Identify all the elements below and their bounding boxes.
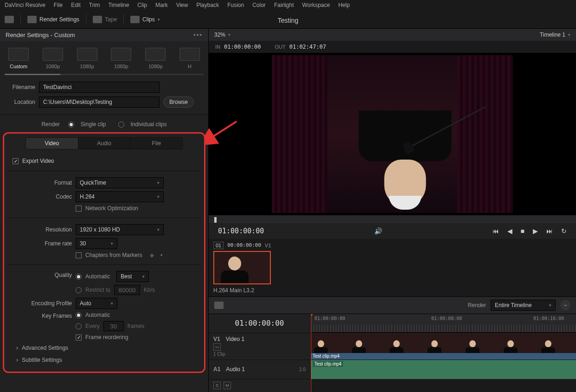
render-label: Render xyxy=(41,121,59,128)
menubar: DaVinci ResolveFileEditTrimTimelineClipM… xyxy=(0,0,576,10)
quality-restrict-radio[interactable] xyxy=(76,287,82,293)
menu-playback[interactable]: Playback xyxy=(196,2,219,8)
single-clip-radio[interactable] xyxy=(68,122,74,128)
menu-fairlight[interactable]: Fairlight xyxy=(274,2,294,8)
menu-color[interactable]: Color xyxy=(252,2,266,8)
clips-tool[interactable]: Clips ▾ xyxy=(130,16,160,23)
filename-input[interactable] xyxy=(39,82,160,93)
kf-auto-radio[interactable] xyxy=(76,312,82,318)
filename-label: Filename xyxy=(7,84,35,90)
menu-davinci-resolve[interactable]: DaVinci Resolve xyxy=(5,2,45,8)
timeline-view-icon[interactable] xyxy=(214,302,224,309)
step-back-button[interactable]: ◀ xyxy=(507,227,512,235)
a1-track[interactable]: Test clip.mp4 xyxy=(311,360,576,379)
kf-value-input[interactable] xyxy=(103,321,124,331)
zoom-level[interactable]: 32% xyxy=(214,32,225,38)
preset-youtube[interactable]: 1080p xyxy=(39,48,67,69)
mute-button[interactable]: M xyxy=(224,382,231,389)
timeline-head-timecode[interactable]: 01:00:00:00 xyxy=(209,314,310,333)
clapboard-icon xyxy=(27,16,37,23)
preset-custom[interactable]: Custom xyxy=(5,48,32,69)
kf-every-radio[interactable] xyxy=(76,323,82,329)
loop-button[interactable]: ↻ xyxy=(561,227,567,235)
codec-select[interactable]: H.264▾ xyxy=(76,191,164,202)
prev-clip-button[interactable]: ⏮ xyxy=(493,227,499,235)
workspace-icon[interactable] xyxy=(5,16,14,23)
render-settings-panel: Render Settings - Custom ••• Custom1080p… xyxy=(0,29,209,392)
video-clip-label: Test clip.mp4 xyxy=(311,353,576,360)
stop-button[interactable]: ■ xyxy=(521,227,525,235)
chevron-down-icon[interactable]: ▾ xyxy=(160,253,163,257)
menu-help[interactable]: Help xyxy=(338,2,350,8)
preset-vimeo[interactable]: 1080p xyxy=(73,48,101,69)
chevron-right-icon: › xyxy=(16,357,18,363)
track-lock-icon[interactable]: ▭ xyxy=(213,343,221,351)
scrub-bar[interactable] xyxy=(209,215,576,223)
volume-icon[interactable]: 🔊 xyxy=(374,227,382,235)
subtitle-settings-toggle[interactable]: › Subtitle Settings xyxy=(7,354,201,366)
advanced-settings-toggle[interactable]: › Advanced Settings xyxy=(7,342,201,354)
preset-scrollbar[interactable] xyxy=(5,74,204,75)
export-video-checkbox[interactable]: ✓ xyxy=(13,158,19,164)
timeline-dropdown[interactable]: Timeline 1▾ xyxy=(540,32,570,38)
location-input[interactable] xyxy=(39,96,160,108)
out-timecode: 01:02:47:07 xyxy=(289,44,326,50)
individual-clips-radio[interactable] xyxy=(118,122,124,128)
preset-twitter[interactable]: 1080p xyxy=(107,48,135,69)
playhead[interactable] xyxy=(311,314,311,392)
clip-timecode: 00:00:00:00 xyxy=(227,242,261,248)
chevron-down-icon[interactable]: ▾ xyxy=(228,32,230,37)
menu-fusion[interactable]: Fusion xyxy=(227,2,244,8)
render-settings-tool[interactable]: Render Settings xyxy=(27,16,79,23)
enc-profile-select[interactable]: Auto▾ xyxy=(76,298,117,309)
menu-edit[interactable]: Edit xyxy=(71,2,81,8)
format-select[interactable]: QuickTime▾ xyxy=(76,177,164,188)
v1-track-header[interactable]: V1Video 1 ▭ 1 Clip xyxy=(209,333,310,360)
panel-title: Render Settings - Custom xyxy=(6,32,75,39)
menu-trim[interactable]: Trim xyxy=(89,2,100,8)
tab-file[interactable]: File xyxy=(130,138,182,149)
framerate-select[interactable]: 30▾ xyxy=(76,238,117,249)
tape-tool[interactable]: Tape xyxy=(93,16,117,23)
frame-reorder-checkbox[interactable]: ✓ xyxy=(76,334,82,341)
browse-button[interactable]: Browse xyxy=(163,96,194,108)
a1-track-header[interactable]: A1 Audio 1 2.0 xyxy=(209,360,310,379)
timeline-ruler[interactable]: 01:00:00:00 01:00:08:00 01:00:16:00 xyxy=(311,314,576,333)
preset-h[interactable]: H xyxy=(176,48,204,69)
current-timecode[interactable]: 01:00:00:00 xyxy=(218,227,264,235)
render-range-select[interactable]: Entire Timeline▾ xyxy=(491,300,556,311)
play-button[interactable]: ▶ xyxy=(533,227,538,235)
tab-audio[interactable]: Audio xyxy=(78,138,131,149)
in-timecode: 01:00:00:00 xyxy=(224,44,261,50)
clip-track: V1 xyxy=(265,243,271,248)
tab-video[interactable]: Video xyxy=(26,138,78,149)
preset-list: Custom1080p1080p1080p1080pH xyxy=(0,41,208,72)
network-opt-checkbox[interactable] xyxy=(76,206,82,212)
panel-menu-icon[interactable]: ••• xyxy=(193,32,203,39)
menu-file[interactable]: File xyxy=(54,2,63,8)
bitrate-input[interactable] xyxy=(114,285,140,295)
v1-track[interactable]: Test clip.mp4 xyxy=(311,333,576,360)
chevron-down-icon: ▾ xyxy=(158,17,160,22)
menu-clip[interactable]: Clip xyxy=(137,2,147,8)
menu-timeline[interactable]: Timeline xyxy=(108,2,129,8)
chapters-checkbox[interactable] xyxy=(76,252,82,258)
menu-workspace[interactable]: Workspace xyxy=(302,2,330,8)
marker-icon: ◆ xyxy=(150,252,154,258)
viewer-canvas[interactable] xyxy=(209,53,576,215)
quality-auto-radio[interactable] xyxy=(76,274,82,280)
project-title: Testing xyxy=(278,17,298,24)
menu-view[interactable]: View xyxy=(176,2,188,8)
audio-clip-label: Test clip.mp4 xyxy=(313,361,343,367)
resolution-select[interactable]: 1920 x 1080 HD▾ xyxy=(76,224,164,235)
tape-icon xyxy=(93,16,102,23)
minus-button[interactable]: − xyxy=(560,300,570,310)
clip-thumbnail[interactable] xyxy=(213,251,271,284)
solo-button[interactable]: S xyxy=(213,382,221,389)
quality-best-select[interactable]: Best▾ xyxy=(116,271,149,282)
menu-mark[interactable]: Mark xyxy=(155,2,168,8)
location-label: Location xyxy=(7,99,35,105)
preset-dropbox[interactable]: 1080p xyxy=(141,48,169,69)
next-clip-button[interactable]: ⏭ xyxy=(546,227,553,235)
clips-icon xyxy=(130,16,140,23)
